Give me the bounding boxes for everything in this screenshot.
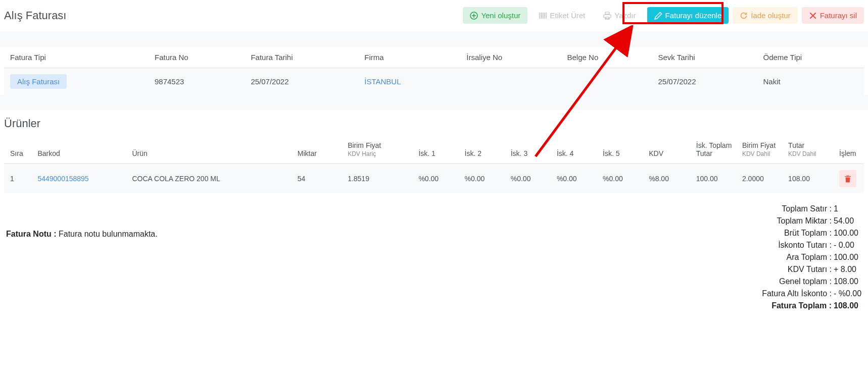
trash-icon [844,175,852,183]
hdr-itt: İsk. Toplam Tutar [692,135,738,164]
print-button[interactable]: Yazdır [596,7,643,24]
printer-icon [603,12,611,20]
total-qty-label: Toplam Miktar : [777,216,832,226]
hdr-isk1: İsk. 1 [414,135,460,164]
total-sub-val: 100.00 [834,253,862,262]
dispatch-no [460,68,561,95]
hdr-isk5: İsk. 5 [599,135,645,164]
col-no: Fatura No [149,47,245,68]
total-vat-label: KDV Tutarı : [788,265,832,274]
cell-kdv: %8.00 [645,164,692,194]
hdr-isk4: İsk. 4 [553,135,599,164]
hdr-isk3: İsk. 3 [507,135,553,164]
spacer [0,95,868,110]
edit-invoice-button[interactable]: Faturayı düzenle [647,7,729,24]
hdr-barkod: Barkod [33,135,128,164]
cell-miktar: 54 [294,164,344,194]
total-under-val: - %0.00 [834,289,862,298]
total-gen-val: 108.00 [834,277,862,286]
hdr-urun: Ürün [128,135,293,164]
print-label: Yazdır [614,11,636,20]
edit-label: Faturayı düzenle [665,11,722,20]
col-docno: Belge No [561,47,652,68]
col-shipdate: Sevk Tarihi [652,47,757,68]
barcode-link[interactable]: 5449000158895 [37,175,88,183]
cell-isk4: %0.00 [553,164,599,194]
create-label: Yeni oluştur [481,11,520,20]
total-sub-label: Ara Toplam : [786,253,832,262]
total-row-label: Toplam Satır : [782,204,832,213]
total-disc-label: İskonto Tutarı : [778,241,832,250]
invoice-date: 25/07/2022 [245,68,358,95]
invoice-no: 9874523 [149,68,245,95]
close-icon [809,12,817,20]
total-row-val: 1 [834,204,862,213]
hdr-islem: İşlem [832,135,864,164]
invoice-note: Fatura Notu : Fatura notu bulunmamakta. [6,230,158,239]
hdr-isk2: İsk. 2 [461,135,507,164]
hdr-bfd: Birim FiyatKDV Dahil [738,135,784,164]
total-grand-val: 108.00 [834,301,862,310]
label-generate-button: Etiket Üret [532,7,592,24]
cell-urun: COCA COLA ZERO 200 ML [128,164,293,194]
cell-itt: 100.00 [692,164,738,194]
hdr-sira: Sıra [4,135,33,164]
doc-no [561,68,652,95]
total-gross-label: Brüt Toplam : [784,229,832,238]
totals-block: Toplam Satır :1 Toplam Miktar :54.00 Brü… [762,204,862,313]
edit-icon [654,12,662,20]
note-label: Fatura Notu : [6,230,59,238]
col-firm: Firma [358,47,460,68]
label-generate-label: Etiket Üret [550,11,585,20]
info-row: Alış Faturası 9874523 25/07/2022 İSTANBU… [4,68,864,95]
total-grand-label: Fatura Toplam : [771,301,832,310]
total-qty-val: 54.00 [834,216,862,226]
cell-isk2: %0.00 [461,164,507,194]
col-date: Fatura Tarihi [245,47,358,68]
delete-label: Faturayı sil [820,11,857,20]
invoice-info-table: Fatura Tipi Fatura No Fatura Tarihi Firm… [4,47,864,95]
col-dispatch: İrsaliye No [460,47,561,68]
pay-type: Nakit [757,68,864,95]
plus-circle-icon [470,12,478,20]
total-under-label: Fatura Altı İskonto : [762,289,832,298]
barcode-icon [539,12,547,20]
hdr-miktar: Miktar [294,135,344,164]
note-text: Fatura notu bulunmamakta. [59,230,158,238]
spacer [0,32,868,47]
total-disc-val: - 0.00 [834,241,862,250]
cell-isk1: %0.00 [414,164,460,194]
delete-invoice-button[interactable]: Faturayı sil [802,7,864,24]
products-table: Sıra Barkod Ürün Miktar Birim FiyatKDV H… [4,135,864,193]
return-label: İade oluştur [751,11,790,20]
product-row: 1 5449000158895 COCA COLA ZERO 200 ML 54… [4,164,864,194]
cell-bf: 1.8519 [344,164,414,194]
create-return-button[interactable]: İade oluştur [733,7,797,24]
invoice-type-badge: Alış Faturası [10,74,67,89]
total-gross-val: 100.00 [834,229,862,238]
create-button[interactable]: Yeni oluştur [463,7,527,24]
delete-row-button[interactable] [839,170,856,187]
products-title: Ürünler [4,110,864,135]
toolbar: Yeni oluştur Etiket Üret Yazdır Faturayı… [463,7,864,24]
cell-isk3: %0.00 [507,164,553,194]
cell-bfd: 2.0000 [738,164,784,194]
firm-link[interactable]: İSTANBUL [364,77,401,86]
col-type: Fatura Tipi [4,47,149,68]
cell-isk5: %0.00 [599,164,645,194]
col-paytype: Ödeme Tipi [757,47,864,68]
total-vat-val: + 8.00 [834,265,862,274]
hdr-bf: Birim FiyatKDV Hariç [344,135,414,164]
ship-date: 25/07/2022 [652,68,757,95]
refresh-icon [740,12,748,20]
hdr-kdv: KDV [645,135,692,164]
cell-tutar: 108.00 [784,164,832,194]
total-gen-label: Genel toplam : [779,277,832,286]
page-title: Alış Faturası [4,9,66,22]
hdr-tutar: TutarKDV Dahil [784,135,832,164]
cell-sira: 1 [4,164,33,194]
